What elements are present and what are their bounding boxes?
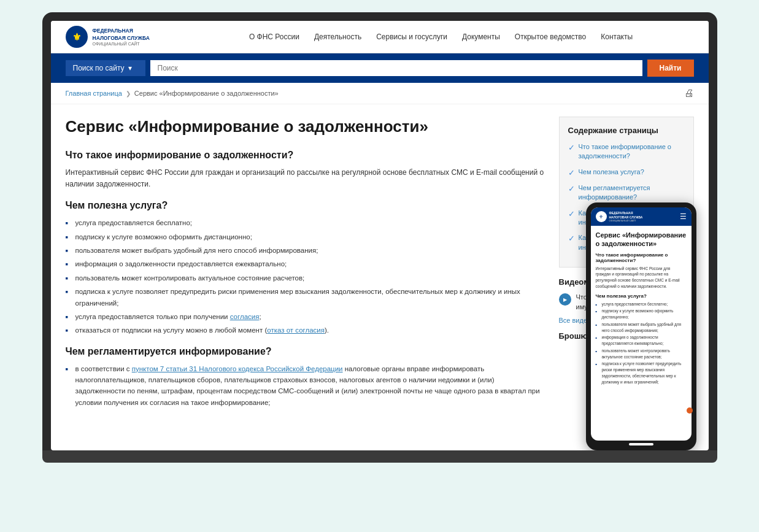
regulation-list: в соответствии с пунктом 7 статьи 31 Нал… — [66, 363, 547, 409]
search-dropdown-label: Поиск по сайту — [73, 64, 125, 72]
section-benefits-title: Чем полезна услуга? — [66, 200, 547, 211]
toc-item-label-2: Чем регламентируется информирование? — [579, 183, 685, 202]
search-input[interactable] — [158, 64, 635, 72]
refuse-link[interactable]: отказ от согласия — [267, 326, 325, 334]
toc-item-2[interactable]: ✓ Чем регламентируется информирование? — [568, 183, 685, 202]
nav-item-0[interactable]: О ФНС России — [249, 33, 299, 41]
toc-item-1[interactable]: ✓ Чем полезна услуга? — [568, 168, 685, 177]
logo-area: ⚜ ФЕДЕРАЛЬНАЯ НАЛОГОВАЯ СЛУЖБА ОФИЦИАЛЬН… — [66, 26, 164, 48]
hamburger-icon[interactable]: ☰ — [680, 212, 687, 221]
content-area: Сервис «Информирование о задолженности» … — [66, 117, 547, 411]
phone-logo-line3: ОФИЦИАЛЬНЫЙ САЙТ — [609, 219, 643, 222]
breadcrumb-separator: ❯ — [126, 90, 131, 97]
play-icon: ▶ — [559, 293, 571, 306]
phone-section1-text: Интерактивный сервис ФНС России для граж… — [596, 266, 687, 290]
section-what-is-text: Интерактивный сервис ФНС России для граж… — [66, 167, 547, 190]
phone-content: Сервис «Информирование о задолженности» … — [591, 226, 692, 391]
phone-list-item: подписка к услуге позволяет предупредить… — [596, 361, 687, 385]
laptop-screen: ⚜ ФЕДЕРАЛЬНАЯ НАЛОГОВАЯ СЛУЖБА ОФИЦИАЛЬН… — [51, 21, 709, 450]
phone-list-item: пользователя может выбрать удобный для н… — [596, 322, 687, 334]
phone-list-item: пользователь может контролировать актуал… — [596, 348, 687, 360]
toc-item-label-0: Что такое информирование о задолженности… — [579, 142, 685, 161]
orange-dot-decoration — [687, 407, 692, 414]
toc-item-label-1: Чем полезна услуга? — [579, 168, 644, 177]
search-bar: Поиск по сайту ▾ Найти — [51, 53, 709, 83]
check-icon-4: ✓ — [568, 234, 575, 243]
check-icon-2: ✓ — [568, 184, 575, 193]
breadcrumb-home[interactable]: Главная страница — [66, 90, 122, 97]
consent-link[interactable]: согласия — [230, 313, 260, 320]
breadcrumb-current: Сервис «Информирование о задолженности» — [134, 90, 279, 97]
phone-list-item: подписку к услуге возможно оформить дист… — [596, 308, 687, 320]
logo-subtitle: ОФИЦИАЛЬНЫЙ САЙТ — [93, 42, 150, 46]
toc-title: Содержание страницы — [568, 126, 685, 135]
nav-item-3[interactable]: Документы — [462, 33, 500, 41]
check-icon-1: ✓ — [568, 168, 575, 177]
nav-item-1[interactable]: Деятельность — [314, 33, 361, 41]
breadcrumb: Главная страница ❯ Сервис «Информировани… — [51, 83, 709, 104]
logo-emblem: ⚜ — [66, 26, 88, 48]
phone-bullets: услуга предоставляется бесплатно; подпис… — [596, 301, 687, 385]
list-item: отказаться от подписки на услугу можно в… — [66, 325, 547, 336]
list-item: подписка к услуге позволяет предупредить… — [66, 286, 547, 309]
search-input-wrapper — [150, 60, 642, 76]
phone-list-item: информация о задолженности предоставляет… — [596, 334, 687, 347]
phone-mockup: ⚜ ФЕДЕРАЛЬНАЯ НАЛОГОВАЯ СЛУЖБА ОФИЦИАЛЬН… — [586, 202, 696, 450]
site-header: ⚜ ФЕДЕРАЛЬНАЯ НАЛОГОВАЯ СЛУЖБА ОФИЦИАЛЬН… — [51, 21, 709, 53]
phone-section1-title: Что такое информирование о задолженности… — [596, 252, 687, 263]
nav-item-4[interactable]: Открытое ведомство — [515, 33, 586, 41]
phone-screen: ⚜ ФЕДЕРАЛЬНАЯ НАЛОГОВАЯ СЛУЖБА ОФИЦИАЛЬН… — [591, 207, 692, 441]
logo-title-line1: ФЕДЕРАЛЬНАЯ — [93, 28, 150, 34]
laptop-frame: ⚜ ФЕДЕРАЛЬНАЯ НАЛОГОВАЯ СЛУЖБА ОФИЦИАЛЬН… — [42, 12, 717, 450]
phone-section2-title: Чем полезна услуга? — [596, 293, 687, 299]
phone-list-item: услуга предоставляется бесплатно; — [596, 301, 687, 307]
list-item: информация о задолженности предоставляет… — [66, 258, 547, 269]
main-nav: О ФНС России Деятельность Сервисы и госу… — [188, 33, 694, 41]
section-what-is-title: Что такое информирование о задолженности… — [66, 150, 547, 161]
benefits-list: услуга предоставляется бесплатно; подпис… — [66, 217, 547, 336]
phone-home-bar — [629, 443, 653, 445]
search-button[interactable]: Найти — [647, 60, 694, 77]
toc-item-0[interactable]: ✓ Что такое информирование о задолженнос… — [568, 142, 685, 161]
list-item: подписку к услуге возможно оформить дист… — [66, 231, 547, 242]
list-item: пользователь может контролировать актуал… — [66, 272, 547, 283]
search-dropdown[interactable]: Поиск по сайту ▾ — [66, 60, 145, 76]
logo-title-line2: НАЛОГОВАЯ СЛУЖБА — [93, 35, 150, 42]
phone-header: ⚜ ФЕДЕРАЛЬНАЯ НАЛОГОВАЯ СЛУЖБА ОФИЦИАЛЬН… — [591, 207, 692, 226]
list-item: пользователя может выбрать удобный для н… — [66, 245, 547, 256]
list-item: услуга предоставляется только при получе… — [66, 311, 547, 322]
print-icon[interactable]: 🖨 — [684, 88, 694, 99]
phone-page-title: Сервис «Информирование о задолженности» — [596, 231, 687, 249]
laptop-base — [42, 450, 717, 463]
list-item: услуга предоставляется бесплатно; — [66, 217, 547, 228]
check-icon-3: ✓ — [568, 209, 575, 218]
section-regulation-title: Чем регламентируется информирование? — [66, 346, 547, 357]
check-icon-0: ✓ — [568, 143, 575, 152]
chevron-down-icon: ▾ — [128, 64, 132, 72]
page-title: Сервис «Информирование о задолженности» — [66, 117, 547, 137]
list-item: в соответствии с пунктом 7 статьи 31 Нал… — [66, 363, 547, 409]
article-link[interactable]: пунктом 7 статьи 31 Налогового кодекса Р… — [132, 365, 343, 372]
nav-item-5[interactable]: Контакты — [601, 33, 633, 41]
phone-logo-emblem: ⚜ — [596, 211, 607, 222]
nav-item-2[interactable]: Сервисы и госуслуги — [376, 33, 447, 41]
